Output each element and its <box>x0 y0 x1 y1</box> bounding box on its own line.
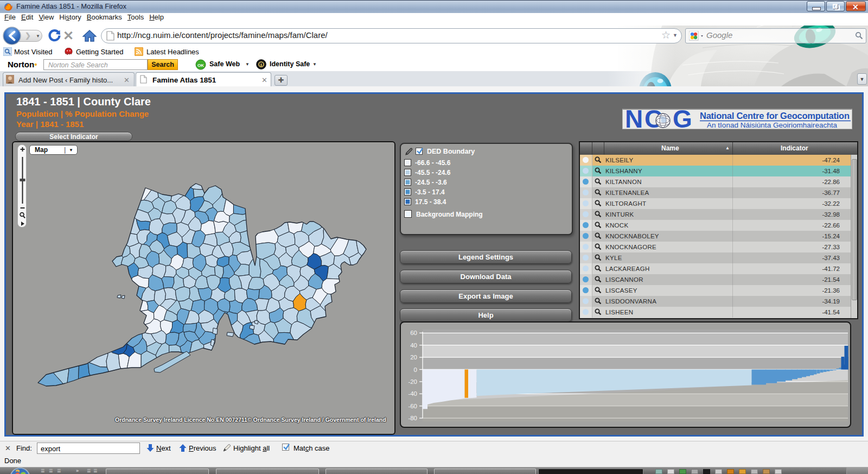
svg-text:-80: -80 <box>408 415 417 421</box>
svg-text:-20: -20 <box>408 378 417 385</box>
svg-text:N: N <box>625 110 643 130</box>
svg-text:National Centre for Geocomputa: National Centre for Geocomputation <box>700 111 850 121</box>
svg-text:20: 20 <box>410 354 417 361</box>
svg-text:OK: OK <box>197 63 204 68</box>
svg-text:-60: -60 <box>408 403 417 409</box>
svg-text:40: 40 <box>410 342 417 349</box>
svg-text:0: 0 <box>414 366 417 373</box>
svg-text:An tIonad Náisiúnta Geoiriomha: An tIonad Náisiúnta Geoiriomhaireachta <box>707 121 837 129</box>
svg-text:G: G <box>673 110 692 130</box>
svg-text:-40: -40 <box>408 390 417 397</box>
svg-text:60: 60 <box>410 330 417 336</box>
